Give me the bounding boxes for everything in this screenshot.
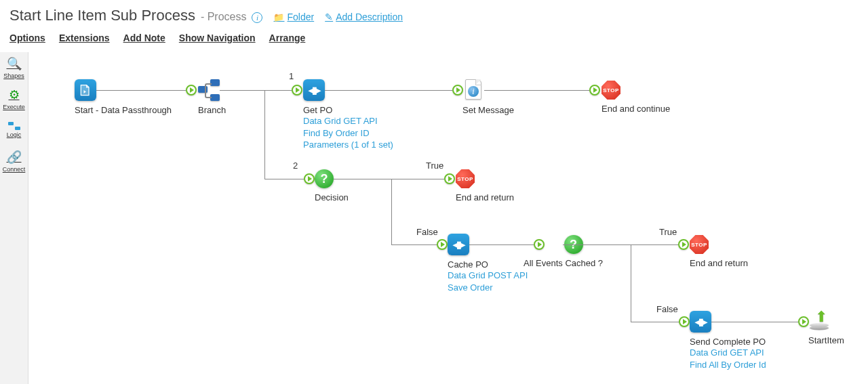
connector-arrow[interactable] — [534, 239, 545, 250]
menu-arrange[interactable]: Arrange — [269, 33, 306, 43]
menu-extensions[interactable]: Extensions — [59, 33, 110, 43]
connector-arrow[interactable] — [678, 239, 689, 250]
shape-branch[interactable]: Branch — [198, 79, 226, 115]
palette-logic[interactable]: Logic — [0, 114, 28, 146]
stop-icon: STOP — [690, 235, 709, 254]
palette-connect-label: Connect — [3, 166, 26, 173]
message-icon: i — [462, 79, 484, 101]
path-label-false: False — [416, 227, 438, 237]
connector-line — [469, 244, 534, 245]
execute-icon — [9, 87, 20, 102]
branch-label-2: 2 — [293, 161, 298, 171]
shape-all-events-label: All Events Cached ? — [524, 258, 603, 268]
shape-start-item[interactable]: ⬆ StartItem — [808, 310, 844, 345]
connector-line — [563, 244, 678, 245]
shape-set-message-label: Set Message — [462, 105, 514, 115]
cache-po-link-1[interactable]: Save Order — [448, 282, 528, 294]
shape-end-return-2-label: End and return — [690, 258, 748, 268]
shape-set-message[interactable]: i Set Message — [462, 79, 514, 115]
header: Start Line Item Sub Process - Process i … — [0, 0, 868, 27]
shape-cache-po-label: Cache PO — [448, 259, 528, 270]
shape-cache-po[interactable]: ◂▮▸ Cache PO Data Grid POST API Save Ord… — [448, 234, 528, 293]
folder-link-label: Folder — [287, 12, 314, 22]
start-icon — [75, 79, 96, 101]
connector-arrow[interactable] — [444, 173, 455, 184]
page-title: Start Line Item Sub Process — [9, 7, 195, 24]
get-po-link-0[interactable]: Data Grid GET API — [303, 115, 393, 127]
branch-icon — [198, 79, 220, 101]
branch-label-1: 1 — [289, 71, 294, 81]
shape-send-po-label: Send Complete PO — [690, 337, 766, 347]
connector-line — [96, 90, 186, 91]
add-description-label: Add Description — [336, 12, 403, 22]
connector-line — [484, 90, 589, 91]
connector-line — [631, 322, 679, 322]
palette-execute-label: Execute — [3, 104, 25, 110]
logic-icon — [8, 122, 20, 130]
shape-end-return-1[interactable]: STOP End and return — [456, 169, 514, 202]
shape-start[interactable]: Start - Data Passthrough — [75, 79, 172, 115]
connector-line — [334, 179, 444, 179]
palette-shapes[interactable]: Shapes — [0, 52, 28, 83]
palette-shapes-label: Shapes — [3, 72, 24, 79]
stop-icon: STOP — [601, 81, 620, 100]
connector-arrow[interactable] — [798, 316, 809, 327]
pencil-icon — [325, 12, 333, 22]
palette-logic-label: Logic — [7, 131, 22, 138]
connector-line — [711, 322, 798, 322]
connector-arrow[interactable] — [304, 173, 315, 184]
shape-start-item-label: StartItem — [808, 335, 844, 345]
connector-line — [264, 179, 304, 179]
connector-line — [264, 90, 265, 179]
stop-icon: STOP — [456, 169, 475, 188]
palette-execute[interactable]: Execute — [0, 83, 28, 114]
connector-arrow[interactable] — [452, 85, 463, 95]
connector-icon: ◂▮▸ — [448, 234, 469, 255]
connector-arrow[interactable] — [186, 85, 197, 95]
connector-arrow[interactable] — [437, 239, 448, 250]
shape-get-po-label: Get PO — [303, 105, 393, 115]
shape-all-events[interactable]: ? All Events Cached ? — [544, 235, 603, 268]
connector-line — [631, 244, 631, 322]
folder-icon — [273, 12, 284, 22]
palette-connect[interactable]: Connect — [0, 146, 28, 177]
menu-add-note[interactable]: Add Note — [123, 33, 165, 43]
connector-arrow[interactable] — [679, 316, 690, 327]
page-subtype: - Process — [201, 11, 247, 23]
path-label-true: True — [659, 227, 677, 237]
search-icon — [7, 56, 22, 71]
add-description-link[interactable]: Add Description — [325, 12, 403, 22]
connector-icon: ◂▮▸ — [690, 311, 711, 333]
path-label-false: False — [656, 304, 678, 314]
info-icon[interactable]: i — [252, 12, 262, 23]
cache-po-link-0[interactable]: Data Grid POST API — [448, 270, 528, 282]
process-canvas[interactable]: Start - Data Passthrough Branch ◂▮▸ Get … — [28, 52, 868, 384]
shape-end-return-2[interactable]: STOP End and return — [690, 235, 748, 268]
connector-line — [220, 90, 292, 91]
path-label-true: True — [426, 161, 443, 171]
decision-icon: ? — [315, 169, 334, 188]
connector-line — [391, 179, 392, 244]
connector-arrow[interactable] — [292, 85, 302, 95]
connector-arrow[interactable] — [589, 85, 600, 95]
connector-line — [325, 90, 452, 91]
get-po-link-2[interactable]: Parameters (1 of 1 set) — [303, 139, 393, 151]
menu-bar: Options Extensions Add Note Show Navigat… — [0, 27, 868, 50]
get-po-link-1[interactable]: Find By Order ID — [303, 127, 393, 140]
palette-sidebar: Shapes Execute Logic Connect — [0, 52, 28, 384]
folder-link[interactable]: Folder — [273, 12, 314, 22]
send-po-link-0[interactable]: Data Grid GET API — [690, 347, 766, 359]
shape-send-po[interactable]: ◂▮▸ Send Complete PO Data Grid GET API F… — [690, 311, 766, 370]
shape-end-continue[interactable]: STOP End and continue — [601, 81, 670, 114]
menu-show-navigation[interactable]: Show Navigation — [179, 33, 256, 43]
menu-options[interactable]: Options — [9, 33, 45, 43]
shape-start-label: Start - Data Passthrough — [75, 105, 172, 115]
shape-branch-label: Branch — [198, 105, 226, 115]
send-po-link-1[interactable]: Find All By Order Id — [690, 359, 766, 371]
shape-decision[interactable]: ? Decision — [315, 169, 349, 202]
connector-line — [391, 244, 437, 245]
shape-decision-label: Decision — [315, 192, 349, 202]
shape-end-return-1-label: End and return — [456, 192, 514, 202]
start-item-icon: ⬆ — [808, 310, 830, 331]
shape-end-continue-label: End and continue — [601, 104, 670, 114]
